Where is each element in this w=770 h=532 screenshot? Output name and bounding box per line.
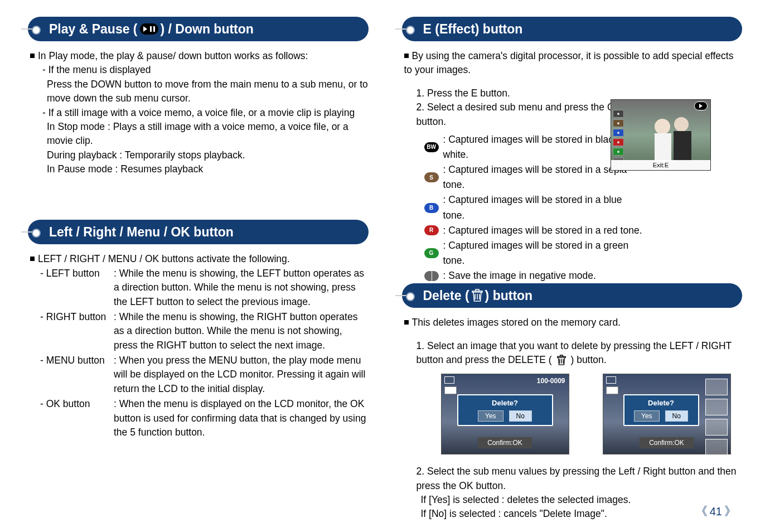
- dialog-title: Delete?: [492, 399, 518, 407]
- chevron-right-icon: 》: [724, 503, 737, 520]
- delete-header: Delete ( ) button: [402, 283, 743, 308]
- if-menu-displayed-body: Press the DOWN button to move from the m…: [30, 78, 369, 106]
- play-pause-title-prefix: Play & Pause (: [49, 22, 138, 37]
- effect-title-text: E (Effect) button: [423, 22, 523, 37]
- red-icon: R: [424, 225, 439, 235]
- play-pause-title-suffix: ) / Down button: [161, 22, 254, 37]
- pause-mode-line: In Pause mode : Resumes playback: [30, 162, 369, 176]
- thumb-icon: [705, 379, 728, 395]
- effect-blue-row: B: Captured images will be stored in a b…: [404, 192, 644, 223]
- header-leader-icon: [395, 28, 411, 30]
- effect-negative-text: : Save the image in negative mode.: [443, 268, 596, 283]
- effect-green-row: G: Captured images will be stored in a g…: [404, 238, 644, 268]
- lrmo-body: LEFT / RIGHT / MENU / OK buttons activat…: [28, 252, 369, 266]
- delete-title: Delete ( ) button: [402, 283, 743, 308]
- effect-bw-row: BW: Captured images will be stored in bl…: [404, 132, 644, 162]
- effect-sepia-row: S: Captured images will be stored in a s…: [404, 162, 644, 192]
- delete-dialog: Delete? Yes No: [623, 394, 699, 426]
- button-definitions: - LEFT button : While the menu is showin…: [28, 267, 369, 440]
- lrmo-intro: LEFT / RIGHT / MENU / OK buttons activat…: [38, 253, 290, 264]
- delete-multi-screenshot: Delete? Yes No Confirm:OK: [603, 374, 731, 454]
- if-still-image-label: - If a still image with a voice memo, a …: [30, 106, 369, 120]
- lrmo-header: Left / Right / Menu / OK button: [28, 220, 369, 244]
- effect-red-text: : Captured images will be stored in a re…: [443, 223, 642, 238]
- confirm-label: Confirm:OK: [639, 437, 694, 448]
- dialog-title: Delete?: [648, 399, 674, 407]
- effect-preview-screenshot: ● ● ● ● ● ● Exit:E: [611, 99, 711, 171]
- sepia-icon: S: [424, 172, 439, 182]
- header-leader-icon: [21, 231, 37, 233]
- delete-title-prefix: Delete (: [423, 288, 469, 303]
- play-pause-title: Play & Pause ( ) / Down button: [28, 17, 369, 41]
- trash-icon: [556, 355, 566, 366]
- file-number: 100-0009: [537, 377, 565, 385]
- card-icon: [606, 386, 618, 394]
- page-number-value: 41: [710, 505, 722, 518]
- menu-button-desc: : When you press the MENU button, the pl…: [114, 354, 369, 396]
- confirm-label: Confirm:OK: [477, 437, 532, 448]
- right-button-desc: : While the menu is showing, the RIGHT b…: [114, 310, 369, 352]
- delete-single-screenshot: 100-0009 Delete? Yes No Confirm:OK: [441, 374, 569, 454]
- effect-title: E (Effect) button: [402, 17, 743, 41]
- preview-play-icon: [694, 101, 708, 110]
- effect-step2: 2. Select a desired sub menu and press t…: [404, 100, 644, 129]
- effect-step1: 1. Press the E button.: [404, 86, 644, 100]
- delete-yes-line: If [Yes] is selected : deletes the selec…: [404, 493, 743, 507]
- blue-icon: B: [424, 203, 439, 213]
- chevron-left-icon: 《: [695, 503, 708, 520]
- dialog-yes-button[interactable]: Yes: [634, 410, 660, 422]
- dialog-no-button[interactable]: No: [665, 410, 688, 422]
- menu-button-term: - MENU button: [40, 354, 114, 396]
- play-pause-header: Play & Pause ( ) / Down button: [28, 17, 369, 41]
- stop-mode-line: In Stop mode : Plays a still image with …: [30, 120, 369, 148]
- effect-strip: ● ● ● ● ● ●: [613, 110, 625, 165]
- delete-intro: This deletes images stored on the memory…: [412, 317, 621, 328]
- card-icon: [444, 386, 457, 394]
- lrmo-title: Left / Right / Menu / OK button: [28, 220, 369, 244]
- thumb-icon: [705, 439, 728, 456]
- delete-no-line: If [No] is selected : cancels "Delete Im…: [404, 507, 743, 521]
- svg-rect-1: [655, 133, 671, 161]
- negative-icon: [424, 271, 439, 281]
- play-pause-body: In Play mode, the play & pause/ down but…: [28, 49, 369, 176]
- dialog-yes-button[interactable]: Yes: [478, 410, 503, 422]
- effect-header: E (Effect) button: [402, 17, 743, 41]
- bw-icon: BW: [424, 142, 439, 152]
- thumb-icon: [705, 419, 728, 436]
- trash-icon: [471, 289, 483, 302]
- effect-green-text: : Captured images will be stored in a gr…: [443, 238, 644, 268]
- delete-body: This deletes images stored on the memory…: [402, 316, 743, 367]
- green-icon: G: [424, 248, 439, 258]
- dialog-no-button[interactable]: No: [509, 410, 532, 422]
- screen-play-icon: [606, 376, 616, 384]
- effect-negative-row: : Save the image in negative mode.: [404, 268, 644, 283]
- left-button-term: - LEFT button: [40, 267, 114, 309]
- play-pause-intro: In Play mode, the play & pause/ down but…: [38, 50, 308, 61]
- delete-step1: 1. Select an image that you want to dele…: [404, 339, 743, 367]
- svg-point-2: [674, 117, 689, 132]
- effect-blue-text: : Captured images will be stored in a bl…: [443, 192, 644, 223]
- lrmo-title-text: Left / Right / Menu / OK button: [49, 225, 234, 240]
- left-button-desc: : While the menu is showing, the LEFT bu…: [114, 267, 369, 309]
- ok-button-desc: : When the menu is displayed on the LCD …: [114, 397, 369, 439]
- screen-play-icon: [444, 376, 454, 384]
- right-button-term: - RIGHT button: [40, 310, 114, 352]
- page-number: 《41》: [695, 503, 737, 520]
- during-playback-line: During playback : Temporarily stops play…: [30, 148, 369, 162]
- delete-step1-suffix: ) button.: [570, 354, 606, 365]
- delete-title-suffix: ) button: [485, 288, 533, 303]
- if-menu-displayed-label: - If the menu is displayed: [30, 63, 369, 77]
- header-leader-icon: [395, 295, 411, 296]
- thumb-icon: [705, 399, 728, 415]
- preview-people-icon: [647, 113, 697, 162]
- delete-step2: 2. Select the sub menu values by pressin…: [404, 465, 743, 493]
- effect-red-row: R: Captured images will be stored in a r…: [404, 223, 644, 238]
- delete-dialog: Delete? Yes No: [457, 394, 553, 426]
- effect-intro: By using the camera's digital processor,…: [404, 50, 734, 75]
- svg-rect-3: [674, 131, 691, 161]
- play-pause-icon: [140, 23, 158, 35]
- ok-button-term: - OK button: [40, 397, 114, 439]
- header-leader-icon: [21, 28, 37, 30]
- svg-point-0: [655, 119, 670, 134]
- preview-caption: Exit:E: [611, 160, 710, 170]
